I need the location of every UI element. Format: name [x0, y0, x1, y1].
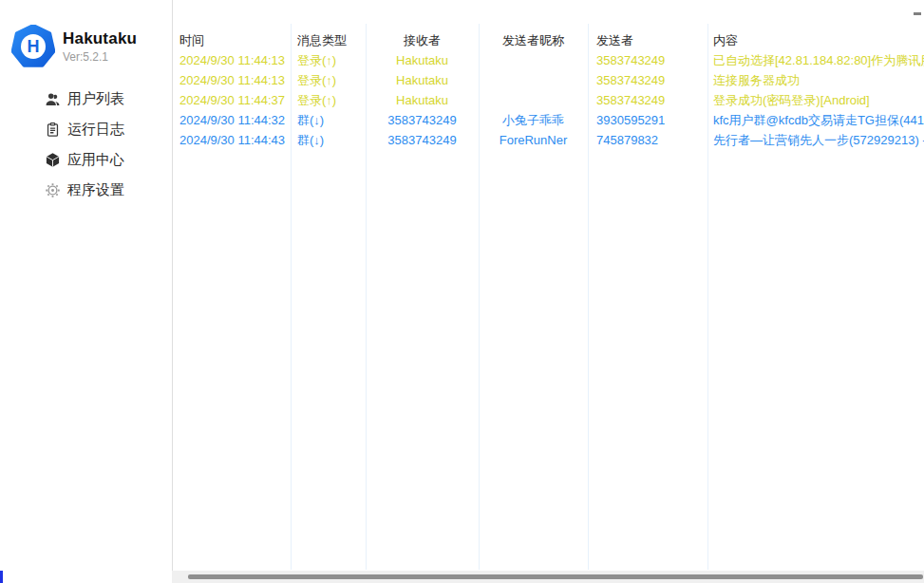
cell-time: 2024/9/30 11:44:43: [173, 133, 291, 147]
cell-receiver: Hakutaku: [366, 73, 479, 87]
table-header-row: 时间消息类型接收者发送者昵称发送者内容: [173, 30, 924, 50]
table-row[interactable]: 2024/9/30 11:44:13登录(↑)Hakutaku358374324…: [173, 50, 924, 70]
cell-type: 登录(↑): [291, 52, 366, 69]
sidebar-item-settings[interactable]: 程序设置: [44, 180, 124, 199]
svg-text:H: H: [28, 37, 40, 56]
table-row[interactable]: 2024/9/30 11:44:37登录(↑)Hakutaku358374324…: [173, 90, 924, 110]
column-header-sender: 发送者: [588, 32, 707, 49]
app-version: Ver:5.2.1: [63, 50, 137, 64]
cell-time: 2024/9/30 11:44:13: [173, 73, 291, 87]
horizontal-scrollbar[interactable]: [172, 571, 924, 583]
cell-receiver: Hakutaku: [366, 53, 479, 67]
app-brand: H Hakutaku Ver:5.2.1: [11, 25, 137, 68]
sidebar-item-users[interactable]: 用户列表: [44, 89, 124, 108]
sidebar-item-label: 用户列表: [67, 90, 124, 108]
scrollbar-thumb[interactable]: [188, 574, 923, 579]
cell-type: 登录(↑): [291, 92, 366, 109]
cell-sender: 3583743249: [588, 93, 707, 107]
column-header-receiver: 接收者: [366, 32, 479, 49]
cell-content: 连接服务器成功: [707, 72, 924, 89]
app-title: Hakutaku: [63, 29, 137, 48]
app-logo-icon: H: [11, 25, 55, 68]
column-header-content: 内容: [707, 32, 924, 49]
table-row[interactable]: 2024/9/30 11:44:43群(↓)3583743249ForeRunN…: [173, 130, 924, 150]
cell-time: 2024/9/30 11:44:32: [173, 113, 291, 127]
cell-receiver: Hakutaku: [366, 93, 479, 107]
cell-type: 群(↓): [291, 112, 366, 129]
sidebar-item-label: 运行日志: [67, 121, 124, 139]
cell-content: 登录成功(密码登录)[Android]: [707, 92, 924, 109]
cell-receiver: 3583743249: [366, 133, 479, 147]
users-icon: [44, 90, 61, 107]
cell-sender: 3583743249: [588, 73, 707, 87]
cell-time: 2024/9/30 11:44:13: [173, 53, 291, 67]
cell-type: 群(↓): [291, 132, 366, 149]
table-row[interactable]: 2024/9/30 11:44:32群(↓)3583743249小兔子乖乖393…: [173, 110, 924, 130]
table-row[interactable]: 2024/9/30 11:44:13登录(↑)Hakutaku358374324…: [173, 70, 924, 90]
cell-sender: 745879832: [588, 133, 707, 147]
column-header-time: 时间: [173, 32, 291, 49]
sidebar-item-apps[interactable]: 应用中心: [44, 150, 124, 169]
cell-type: 登录(↑): [291, 72, 366, 89]
cell-content: kfc用户群@kfcdb交易请走TG担保(44133: [707, 112, 924, 129]
log-table: 时间消息类型接收者发送者昵称发送者内容2024/9/30 11:44:13登录(…: [173, 30, 924, 150]
sidebar-item-log[interactable]: 运行日志: [44, 120, 124, 139]
log-icon: [44, 121, 61, 138]
apps-icon: [44, 151, 61, 168]
cell-nickname: ForeRunNer: [479, 133, 588, 147]
cell-receiver: 3583743249: [366, 113, 479, 127]
settings-icon: [44, 181, 61, 198]
cell-content: 先行者—让营销先人一步(572929213) ->: [707, 132, 924, 149]
cell-time: 2024/9/30 11:44:37: [173, 93, 291, 107]
sidebar-menu: 用户列表运行日志应用中心程序设置: [44, 89, 124, 199]
cell-nickname: 小兔子乖乖: [479, 112, 588, 129]
cell-content: 已自动选择[42.81.184.82:80]作为腾讯服务器: [707, 52, 924, 69]
column-header-nickname: 发送者昵称: [479, 32, 588, 49]
minimize-button[interactable]: [914, 12, 921, 15]
cell-sender: 3930595291: [588, 113, 707, 127]
sidebar: H Hakutaku Ver:5.2.1 用户列表运行日志应用中心程序设置: [0, 0, 172, 571]
sidebar-item-label: 程序设置: [67, 181, 124, 199]
cell-sender: 3583743249: [588, 53, 707, 67]
sidebar-item-label: 应用中心: [67, 151, 124, 169]
column-header-type: 消息类型: [291, 32, 366, 49]
